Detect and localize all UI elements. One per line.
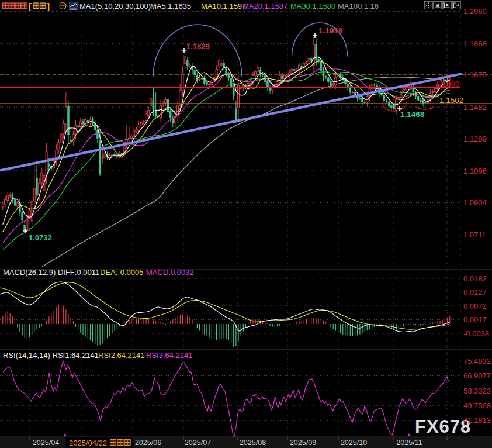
svg-text:RSI2:64.2141: RSI2:64.2141 bbox=[98, 351, 145, 360]
svg-text:1.1289: 1.1289 bbox=[463, 135, 487, 143]
svg-text:MA20:1.1587: MA20:1.1587 bbox=[242, 2, 287, 11]
svg-text:RSI3:64.2141: RSI3:64.2141 bbox=[146, 351, 193, 360]
svg-text:1.1600: 1.1600 bbox=[435, 80, 459, 88]
svg-text:2025/09: 2025/09 bbox=[290, 439, 316, 447]
svg-text:1.0904: 1.0904 bbox=[463, 198, 487, 207]
svg-text:0.0127: 0.0127 bbox=[463, 288, 487, 297]
svg-text:MA30:1.1580: MA30:1.1580 bbox=[290, 2, 335, 11]
svg-text:1.1918: 1.1918 bbox=[318, 26, 343, 35]
svg-text:2025/04: 2025/04 bbox=[33, 439, 59, 447]
svg-text:2025/04/22: 2025/04/22 bbox=[69, 439, 107, 447]
svg-text:1.0711: 1.0711 bbox=[463, 230, 486, 239]
svg-text:1.1468: 1.1468 bbox=[400, 110, 425, 119]
svg-text:1.2060: 1.2060 bbox=[463, 7, 487, 16]
svg-text:0.0182: 0.0182 bbox=[463, 274, 487, 283]
svg-text:1.0732: 1.0732 bbox=[29, 233, 52, 242]
svg-text:[: [ bbox=[29, 1, 32, 11]
svg-text:MA1(5,10,20,30,100): MA1(5,10,20,30,100) bbox=[79, 2, 151, 11]
svg-text:66.9077: 66.9077 bbox=[463, 371, 491, 380]
svg-text:2025/07: 2025/07 bbox=[185, 439, 211, 447]
svg-text:MACD:0.0032: MACD:0.0032 bbox=[146, 268, 194, 277]
svg-text:2025/10: 2025/10 bbox=[341, 439, 367, 447]
svg-text:49.7568: 49.7568 bbox=[463, 401, 491, 410]
svg-text:RSI(14,14,14) RSI1:64.2141: RSI(14,14,14) RSI1:64.2141 bbox=[3, 351, 99, 360]
svg-text:58.3323: 58.3323 bbox=[463, 387, 491, 395]
svg-text:41.1813: 41.1813 bbox=[463, 416, 491, 425]
svg-text:1.1096: 1.1096 bbox=[463, 167, 487, 175]
svg-text:FX678: FX678 bbox=[415, 416, 471, 437]
svg-text:1.1675: 1.1675 bbox=[463, 70, 487, 79]
svg-text:1.1482: 1.1482 bbox=[463, 103, 487, 112]
svg-text:MA5:1.1635: MA5:1.1635 bbox=[150, 2, 191, 11]
svg-text:75.4832: 75.4832 bbox=[463, 357, 491, 366]
svg-text:2025/06: 2025/06 bbox=[135, 439, 161, 447]
svg-text:2025/08: 2025/08 bbox=[240, 439, 266, 447]
svg-text:]: ] bbox=[47, 1, 50, 11]
svg-text:2025/11: 2025/11 bbox=[396, 439, 422, 447]
svg-text:1.1868: 1.1868 bbox=[463, 39, 487, 48]
svg-text:0.0072: 0.0072 bbox=[463, 302, 487, 311]
svg-text:-0.0038: -0.0038 bbox=[463, 329, 489, 338]
svg-text:MA100:1.16: MA100:1.16 bbox=[338, 2, 379, 11]
svg-text:0.0017: 0.0017 bbox=[463, 315, 487, 324]
svg-text:DEA:-0.0005: DEA:-0.0005 bbox=[100, 268, 143, 277]
svg-text:1.1829: 1.1829 bbox=[186, 42, 210, 51]
svg-text:MA10:1.1597: MA10:1.1597 bbox=[201, 2, 246, 11]
svg-text:1.1502: 1.1502 bbox=[439, 96, 463, 105]
svg-text:MACD(26,12,9) DIFF:0.0011: MACD(26,12,9) DIFF:0.0011 bbox=[3, 268, 99, 277]
